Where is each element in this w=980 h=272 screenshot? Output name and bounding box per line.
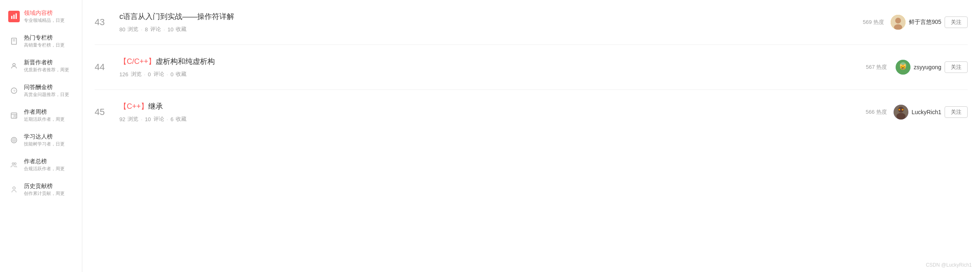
article-meta-43: 80 浏览 · 8 评论 · 10 收藏 xyxy=(119,26,863,33)
comments-count-43: 8 xyxy=(145,26,148,33)
author-area-43: 鲜于言悠905 关注 xyxy=(891,15,968,30)
sidebar-item-desc-4: 近期活跃作者，周更 xyxy=(24,116,65,122)
weekly-icon-box: 周 xyxy=(8,110,20,121)
comments-label-43: 评论 xyxy=(150,26,161,33)
author-name-43: 鲜于言悠905 xyxy=(909,19,941,26)
dot1-43: · xyxy=(141,26,142,33)
favorites-label-43: 收藏 xyxy=(176,26,186,33)
history-icon-box xyxy=(8,184,20,195)
heat-num-44: 567 xyxy=(866,64,875,70)
svg-text:?: ? xyxy=(13,89,16,93)
sidebar-item-weekly[interactable]: 周 作者周榜 近期活跃作者，周更 xyxy=(0,103,82,128)
article-title-43[interactable]: c语言从入门到实战——操作符详解 xyxy=(119,12,863,21)
svg-point-14 xyxy=(14,140,15,141)
article-right-44: 567 热度 😸 zsyyugong 关注 xyxy=(866,60,968,75)
sidebar-item-desc-3: 高赏金问题推荐，日更 xyxy=(24,91,69,98)
sidebar-item-newauthor[interactable]: 新晋作者榜 优质新作者推荐，周更 xyxy=(0,54,82,78)
favorites-label-44: 收藏 xyxy=(176,70,186,78)
comments-count-45: 10 xyxy=(145,116,151,122)
sidebar-item-name-5: 学习达人榜 xyxy=(24,133,65,141)
author-area-45: LuckyRich1 关注 xyxy=(894,105,968,120)
main-content: 43 c语言从入门到实战——操作符详解 80 浏览 · 8 评论 · 10 收藏… xyxy=(82,0,980,272)
svg-rect-2 xyxy=(16,14,17,19)
sidebar-item-learner[interactable]: 学习达人榜 技能树学习者，日更 xyxy=(0,128,82,152)
svg-point-17 xyxy=(13,187,15,189)
views-count-44: 126 xyxy=(119,71,128,77)
qa-icon-box: ? xyxy=(8,85,20,96)
article-title-45[interactable]: 【C++】继承 xyxy=(119,101,866,111)
follow-btn-44[interactable]: 关注 xyxy=(945,61,968,73)
comments-count-44: 0 xyxy=(148,71,151,77)
article-meta-44: 126 浏览 · 0 评论 · 0 收藏 xyxy=(119,70,866,78)
svg-point-28 xyxy=(902,109,903,110)
footer-text: CSDN @LuckyRich1 xyxy=(926,262,972,268)
heat-label-43: 热度 xyxy=(873,19,884,25)
sidebar-item-hot[interactable]: 热门专栏榜 高销量专栏榜，日更 xyxy=(0,29,82,54)
sidebar-item-domain[interactable]: 领域内容榜 专业领域精品，日更 xyxy=(0,4,82,29)
heat-score-44: 567 热度 xyxy=(866,63,887,71)
heat-score-45: 566 热度 xyxy=(866,108,887,116)
avatar-44: 😸 xyxy=(896,60,910,75)
favorites-label-45: 收藏 xyxy=(176,115,186,123)
views-count-45: 92 xyxy=(119,116,125,122)
sidebar-item-desc-7: 创作累计贡献，周更 xyxy=(24,190,65,197)
dot1-44: · xyxy=(144,71,146,77)
dot2-44: · xyxy=(167,71,168,77)
sidebar-item-history[interactable]: 历史贡献榜 创作累计贡献，周更 xyxy=(0,177,82,202)
calendar-icon: 周 xyxy=(10,112,18,119)
title-text-45: 继承 xyxy=(148,102,163,110)
article-right-43: 569 热度 鲜于言悠905 关注 xyxy=(863,15,968,30)
sidebar-item-qa[interactable]: ? 问答酬金榜 高赏金问题推荐，日更 xyxy=(0,78,82,103)
user-icon xyxy=(10,62,18,70)
article-body-43: c语言从入门到实战——操作符详解 80 浏览 · 8 评论 · 10 收藏 xyxy=(119,12,863,33)
svg-point-6 xyxy=(13,63,15,66)
sidebar-item-desc-1: 高销量专栏榜，日更 xyxy=(24,42,65,48)
comments-label-44: 评论 xyxy=(154,70,164,78)
group-icon xyxy=(10,161,18,169)
domain-icon-box xyxy=(8,11,20,22)
article-row-43: 43 c语言从入门到实战——操作符详解 80 浏览 · 8 评论 · 10 收藏… xyxy=(95,0,968,45)
sidebar-item-name-0: 领域内容榜 xyxy=(24,9,65,17)
article-body-44: 【C/C++】虚析构和纯虚析构 126 浏览 · 0 评论 · 0 收藏 xyxy=(119,56,866,78)
svg-point-15 xyxy=(12,163,14,165)
heat-label-44: 热度 xyxy=(876,64,887,70)
favorites-count-43: 10 xyxy=(168,26,173,33)
article-body-45: 【C++】继承 92 浏览 · 10 评论 · 6 收藏 xyxy=(119,101,866,123)
article-rank-44: 44 xyxy=(95,62,119,73)
favorites-count-45: 6 xyxy=(170,116,173,122)
svg-point-27 xyxy=(899,109,900,110)
sidebar-item-desc-2: 优质新作者推荐，周更 xyxy=(24,67,69,73)
sidebar: 领域内容榜 专业领域精品，日更 热门专栏榜 高销量专栏榜，日更 新晋作者榜 xyxy=(0,0,82,272)
follow-btn-43[interactable]: 关注 xyxy=(945,16,968,28)
sidebar-item-name-6: 作者总榜 xyxy=(24,158,65,165)
sidebar-item-total[interactable]: 作者总榜 合规活跃作者，周更 xyxy=(0,152,82,177)
sidebar-item-name-4: 作者周榜 xyxy=(24,108,65,116)
svg-point-19 xyxy=(895,18,901,23)
svg-rect-3 xyxy=(12,38,16,45)
comments-label-45: 评论 xyxy=(154,115,164,123)
heat-num-43: 569 xyxy=(863,19,872,25)
author-name-45: LuckyRich1 xyxy=(912,109,941,115)
dot2-43: · xyxy=(163,26,165,33)
sidebar-item-name-2: 新晋作者榜 xyxy=(24,59,69,66)
heat-num-45: 566 xyxy=(866,109,875,115)
question-icon: ? xyxy=(10,87,18,94)
views-label-45: 浏览 xyxy=(128,115,138,123)
dot2-45: · xyxy=(167,116,168,122)
sidebar-item-name-3: 问答酬金榜 xyxy=(24,84,69,91)
target-icon xyxy=(10,136,18,144)
chart-icon xyxy=(10,13,18,20)
svg-point-26 xyxy=(896,113,906,120)
svg-text:周: 周 xyxy=(13,115,16,118)
heat-label-45: 热度 xyxy=(876,109,887,115)
bookmark-icon xyxy=(10,38,18,45)
avatar-43 xyxy=(891,15,906,30)
learner-icon-box xyxy=(8,134,20,146)
person-icon xyxy=(10,186,18,193)
article-title-44[interactable]: 【C/C++】虚析构和纯虚析构 xyxy=(119,56,866,66)
views-label-44: 浏览 xyxy=(131,70,142,78)
title-tag-44: 【C/C++】 xyxy=(119,57,156,66)
article-rank-45: 45 xyxy=(95,107,119,117)
follow-btn-45[interactable]: 关注 xyxy=(945,106,968,118)
author-area-44: 😸 zsyyugong 关注 xyxy=(894,60,968,75)
